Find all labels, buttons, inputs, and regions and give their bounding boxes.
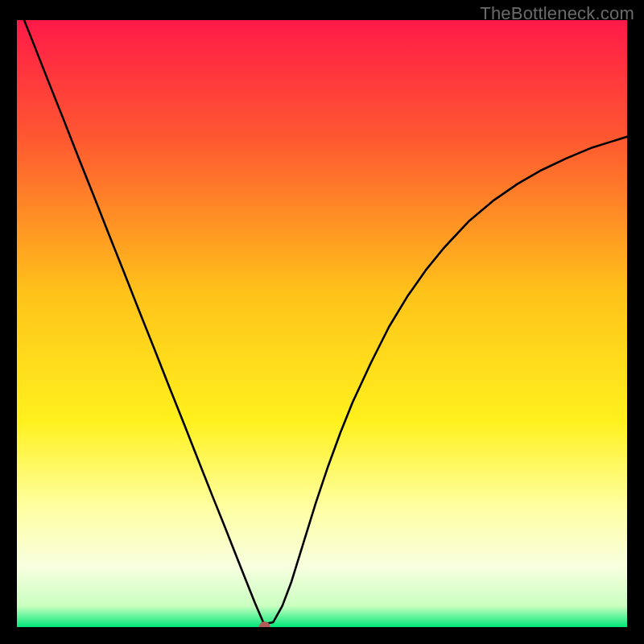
watermark-text: TheBottleneck.com bbox=[480, 3, 634, 24]
chart-frame: TheBottleneck.com bbox=[0, 0, 644, 644]
bottleneck-chart bbox=[17, 20, 627, 627]
plot-area bbox=[17, 20, 627, 627]
gradient-background bbox=[17, 20, 627, 627]
